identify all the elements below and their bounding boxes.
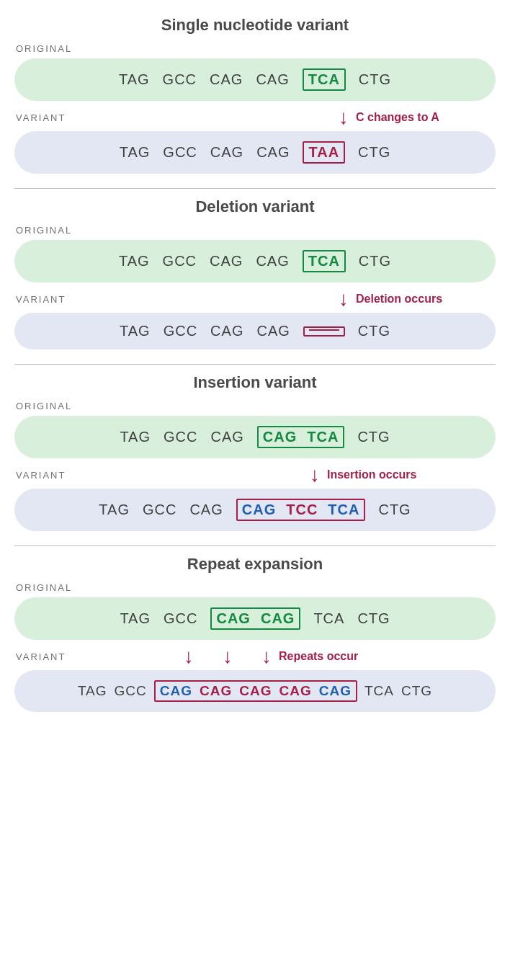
- codon: TCA: [313, 610, 344, 627]
- codon: CAG: [261, 610, 295, 627]
- repeat-variant-sequence: TAG GCC CAG CAG CAG CAG CAG TCA CTG: [14, 670, 496, 712]
- variant-label: VARIANT: [16, 651, 66, 662]
- blank-deletion: [309, 329, 339, 331]
- deletion-change-label: Deletion occurs: [356, 293, 442, 306]
- codon: TAG: [119, 71, 150, 88]
- codon: CTG: [357, 610, 390, 627]
- codon: TAG: [120, 144, 151, 161]
- snv-change-label: C changes to A: [356, 111, 439, 124]
- codon: CAG: [256, 323, 290, 339]
- codon: TCA: [364, 683, 394, 699]
- codon: CTG: [357, 429, 390, 445]
- codon: CAG: [256, 144, 290, 161]
- codon: CAG: [210, 253, 243, 270]
- codon: CTG: [359, 71, 391, 88]
- insertion-variant-sequence: TAG GCC CAG CAG TCC TCA CTG: [14, 489, 496, 531]
- variant-label: VARIANT: [16, 112, 66, 123]
- codon: CAG: [239, 683, 272, 699]
- down-arrow-icon: ↓: [339, 107, 349, 128]
- deletion-original-highlight: TCA: [303, 250, 346, 272]
- repeat-original-highlight: CAG CAG: [210, 607, 300, 630]
- codon: CTG: [359, 253, 391, 270]
- insertion-change-label: Insertion occurs: [327, 468, 416, 481]
- codon: CTG: [358, 323, 390, 339]
- deletion-section: Deletion variant ORIGINAL TAG GCC CAG CA…: [14, 189, 496, 364]
- original-label: ORIGINAL: [16, 225, 496, 236]
- deletion-arrow-row: VARIANT ↓ Deletion occurs: [14, 287, 496, 311]
- repeat-variant-highlight: CAG CAG CAG CAG CAG: [154, 680, 357, 702]
- codon: CAG: [210, 144, 243, 161]
- insertion-original-sequence: TAG GCC CAG CAG TCA CTG: [14, 416, 496, 458]
- codon: GCC: [163, 71, 197, 88]
- codon: GCC: [115, 683, 147, 699]
- snv-section: Single nucleotide variant ORIGINAL TAG G…: [14, 7, 496, 188]
- down-arrow-icon: ↓: [223, 646, 233, 667]
- repeat-arrow-row: VARIANT ↓ ↓ ↓ Repeats occur: [14, 644, 496, 669]
- codon: CAG: [210, 429, 243, 445]
- codon: CAG: [256, 71, 289, 88]
- snv-arrow-row: VARIANT ↓ C changes to A: [14, 105, 496, 130]
- deletion-variant-sequence: TAG GCC CAG CAG CTG: [14, 313, 496, 349]
- down-arrow-icon: ↓: [261, 646, 272, 667]
- codon: CAG: [210, 323, 243, 339]
- codon: TCA: [307, 429, 339, 445]
- codon: CTG: [401, 683, 432, 699]
- repeat-original-sequence: TAG GCC CAG CAG TCA CTG: [14, 597, 496, 640]
- codon: GCC: [163, 144, 197, 161]
- snv-original-sequence: TAG GCC CAG CAG TCA CTG: [14, 58, 496, 101]
- insertion-section: Insertion variant ORIGINAL TAG GCC CAG C…: [14, 365, 496, 545]
- repeat-change-label: Repeats occur: [279, 650, 358, 663]
- down-arrow-icon: ↓: [310, 465, 320, 485]
- codon: GCC: [164, 429, 197, 445]
- codon: TAG: [120, 610, 151, 627]
- original-label: ORIGINAL: [16, 582, 496, 593]
- original-label: ORIGINAL: [16, 43, 496, 54]
- insertion-arrow-row: VARIANT ↓ Insertion occurs: [14, 463, 496, 487]
- codon: CAG: [279, 683, 312, 699]
- codon: CAG: [256, 253, 289, 270]
- codon: TCC: [286, 502, 318, 518]
- codon: CAG: [160, 683, 192, 699]
- repeat-section: Repeat expansion ORIGINAL TAG GCC CAG CA…: [14, 546, 496, 726]
- codon: CAG: [263, 429, 297, 445]
- codon: GCC: [163, 253, 197, 270]
- codon: GCC: [164, 610, 197, 627]
- codon: CAG: [216, 610, 250, 627]
- codon: CAG: [242, 502, 276, 518]
- variant-label: VARIANT: [16, 470, 66, 481]
- codon: TCA: [328, 502, 359, 518]
- snv-original-highlight: TCA: [303, 68, 346, 91]
- variant-label: VARIANT: [16, 294, 66, 305]
- codon: TCA: [308, 253, 340, 270]
- codon: CAG: [210, 71, 243, 88]
- codon: CAG: [200, 683, 232, 699]
- codon: CTG: [378, 502, 411, 518]
- codon: CAG: [319, 683, 352, 699]
- snv-title: Single nucleotide variant: [14, 16, 496, 35]
- codon: TAG: [78, 683, 107, 699]
- codon: TAG: [99, 502, 130, 518]
- codon: GCC: [164, 323, 197, 339]
- codon: TCA: [308, 71, 340, 88]
- deletion-title: Deletion variant: [14, 197, 496, 216]
- deletion-variant-highlight: [303, 326, 345, 337]
- snv-variant-highlight: TAA: [303, 141, 345, 164]
- codon: TAG: [120, 429, 151, 445]
- down-arrow-icon: ↓: [184, 646, 194, 667]
- snv-variant-sequence: TAG GCC CAG CAG TAA CTG: [14, 131, 496, 174]
- insertion-variant-highlight: CAG TCC TCA: [236, 499, 366, 521]
- codon: TAG: [119, 253, 150, 270]
- down-arrow-icon: ↓: [339, 289, 349, 309]
- codon: TAA: [308, 144, 339, 161]
- deletion-original-sequence: TAG GCC CAG CAG TCA CTG: [14, 240, 496, 282]
- original-label: ORIGINAL: [16, 401, 496, 411]
- repeat-title: Repeat expansion: [14, 555, 496, 574]
- codon: TAG: [120, 323, 151, 339]
- insertion-title: Insertion variant: [14, 373, 496, 392]
- codon: GCC: [143, 502, 176, 518]
- codon: CAG: [189, 502, 223, 518]
- repeat-arrows: ↓ ↓ ↓: [184, 646, 272, 667]
- codon: CTG: [358, 144, 390, 161]
- insertion-original-highlight: CAG TCA: [257, 426, 345, 448]
